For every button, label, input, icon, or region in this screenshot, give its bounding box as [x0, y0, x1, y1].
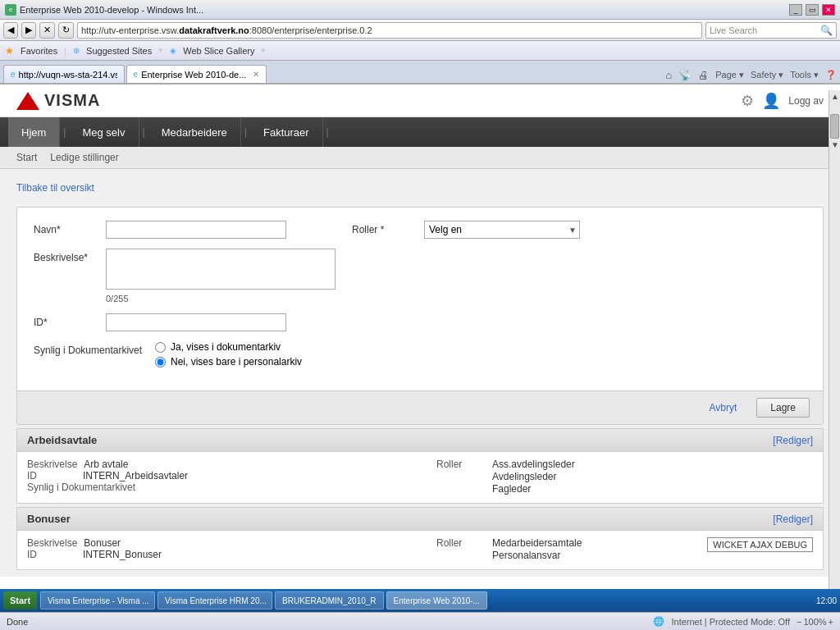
radio-nei[interactable]: Nei, vises bare i personalarkiv: [155, 356, 302, 368]
bonuser-title: Bonuser: [27, 513, 71, 525]
page-menu[interactable]: Page ▾: [715, 70, 744, 80]
form-row-navn-roller: Navn* Roller * Velg en Ass.avdelingslede…: [34, 221, 806, 239]
content-area: Tilbake til oversikt Navn* Roller * Velg…: [0, 169, 840, 577]
roller-label: Roller *: [352, 221, 418, 235]
synlig-label: Synlig i Dokumentarkivet: [34, 341, 148, 356]
arb-role-1: Avdelingsleder: [492, 471, 575, 482]
id-label: ID*: [34, 313, 99, 328]
nav-meg-selv[interactable]: Meg selv: [69, 117, 139, 147]
safety-menu[interactable]: Safety ▾: [751, 70, 783, 80]
search-icon[interactable]: 🔍: [820, 25, 833, 36]
roller-select-wrapper: Velg en Ass.avdelingsleder Avdelingslede…: [424, 221, 580, 239]
svg-marker-0: [16, 92, 39, 110]
bon-roller-label: Roller: [436, 537, 486, 561]
address-bar[interactable]: http://utv-enterprise.vsw.datakraftverk.…: [77, 22, 702, 39]
arbeidsavtale-title: Arbeidsavtale: [27, 434, 97, 446]
browser-chrome: e Enterprise Web 2010-develop - Windows …: [0, 0, 840, 84]
form-row-beskrivelse: Beskrivelse* 0/255: [34, 249, 806, 304]
nav-fakturaer[interactable]: Fakturaer: [250, 117, 323, 147]
bonuser-section: Bonuser [Rediger] Beskrivelse Bonuser ID…: [16, 507, 824, 570]
minimize-button[interactable]: _: [789, 4, 802, 16]
bonuser-edit[interactable]: [Rediger]: [773, 514, 813, 525]
arbeidsavtale-edit[interactable]: [Rediger]: [773, 435, 813, 446]
main-nav: Hjem | Meg selv | Medarbeidere | Faktura…: [0, 117, 840, 147]
navn-label: Navn*: [34, 221, 99, 235]
bon-id-label: ID: [27, 549, 76, 560]
tab-1[interactable]: e http://vuqn-ws-sta-214.vsw...: [3, 65, 125, 83]
visma-text: VISMA: [44, 91, 100, 110]
settings-icon[interactable]: ⚙: [741, 92, 754, 110]
arb-roller-field: Roller Ass.avdelingsleder Avdelingsleder…: [436, 459, 813, 495]
window-title: Enterprise Web 2010-develop - Windows In…: [20, 5, 203, 15]
visma-logo: VISMA: [16, 91, 100, 110]
refresh-button[interactable]: ↻: [58, 22, 74, 39]
arb-beskrivelse-field: Beskrivelse Arb avtale: [27, 459, 404, 470]
nav-hjem[interactable]: Hjem: [8, 117, 60, 147]
scrollbar[interactable]: ▲ ▼: [829, 90, 840, 577]
navigation-bar: ◀ ▶ ✕ ↻ http://utv-enterprise.vsw.datakr…: [0, 20, 840, 41]
restore-button[interactable]: ▭: [806, 4, 819, 16]
favorites-label[interactable]: Favorites: [21, 46, 57, 56]
tools-menu[interactable]: Tools ▾: [790, 70, 819, 80]
search-bar[interactable]: Live Search 🔍: [705, 22, 837, 39]
close-button[interactable]: ✕: [822, 4, 835, 16]
arb-id-field: ID INTERN_Arbeidsavtaler: [27, 470, 404, 482]
arbeidsavtale-body: Beskrivelse Arb avtale ID INTERN_Arbeids…: [17, 452, 823, 503]
arb-role-2: Fagleder: [492, 483, 575, 495]
bon-beskrivelse-field: Beskrivelse Bonuser: [27, 537, 404, 549]
radio-nei-input[interactable]: [155, 357, 166, 368]
suggested-sites-link[interactable]: Suggested Sites: [86, 46, 152, 56]
radio-nei-label: Nei, vises bare i personalarkiv: [171, 356, 302, 368]
bon-role-1: Personalansvar: [492, 550, 582, 561]
bon-roles-list: Medarbeidersamtale Personalansvar: [492, 537, 582, 561]
avbryt-button[interactable]: Avbryt: [696, 398, 751, 418]
visma-logo-icon: [16, 92, 39, 110]
radio-ja-label: Ja, vises i dokumentarkiv: [171, 341, 281, 353]
beskrivelse-textarea[interactable]: [106, 249, 336, 290]
forward-button[interactable]: ▶: [21, 22, 36, 39]
roller-select[interactable]: Velg en Ass.avdelingsleder Avdelingslede…: [424, 221, 580, 239]
form-group-id: ID*: [34, 313, 286, 331]
scrollbar-thumb[interactable]: [830, 114, 839, 139]
back-link[interactable]: Tilbake til oversikt: [16, 182, 94, 194]
wicket-ajax-debug-button[interactable]: WICKET AJAX DEBUG: [707, 537, 813, 552]
feeds-icon[interactable]: 📡: [678, 69, 692, 81]
arbeidsavtale-section: Arbeidsavtale [Rediger] Beskrivelse Arb …: [16, 428, 824, 504]
tab-2[interactable]: e Enterprise Web 2010-de... ✕: [126, 65, 267, 83]
nav-medarbeidere[interactable]: Medarbeidere: [148, 117, 241, 147]
arb-id-value: INTERN_Arbeidsavtaler: [83, 470, 188, 482]
home-icon[interactable]: ⌂: [665, 69, 672, 81]
stop-button[interactable]: ✕: [39, 22, 55, 39]
textarea-wrapper: [106, 249, 336, 292]
form-group-roller: Roller * Velg en Ass.avdelingsleder Avde…: [352, 221, 580, 239]
arb-id-label: ID: [27, 470, 76, 482]
back-button[interactable]: ◀: [3, 22, 18, 39]
bon-role-0: Medarbeidersamtale: [492, 537, 582, 549]
form-body: Navn* Roller * Velg en Ass.avdelingslede…: [17, 208, 823, 390]
sub-nav-ledige-stillinger[interactable]: Ledige stillinger: [50, 150, 118, 165]
logg-av-link[interactable]: Logg av: [788, 95, 824, 107]
id-input[interactable]: [106, 313, 286, 331]
user-icon[interactable]: 👤: [762, 92, 780, 110]
navn-input[interactable]: [106, 221, 286, 239]
char-count: 0/255: [106, 294, 336, 304]
arb-roller-label: Roller: [436, 459, 486, 495]
arb-roles-list: Ass.avdelingsleder Avdelingsleder Fagled…: [492, 459, 575, 495]
sub-nav-start[interactable]: Start: [16, 150, 37, 165]
bon-roller-field: Roller Medarbeidersamtale Personalansvar: [436, 537, 582, 561]
visma-header: VISMA ⚙ 👤 Logg av: [0, 84, 840, 117]
tab-bar: e http://vuqn-ws-sta-214.vsw... e Enterp…: [0, 61, 840, 84]
bon-beskrivelse-value: Bonuser: [84, 537, 121, 549]
radio-ja-input[interactable]: [155, 342, 166, 353]
form-panel: Navn* Roller * Velg en Ass.avdelingslede…: [16, 207, 824, 425]
title-bar: e Enterprise Web 2010-develop - Windows …: [0, 0, 840, 20]
bonuser-body: Beskrivelse Bonuser ID INTERN_Bonuser Ro…: [17, 531, 823, 569]
form-group-synlig: Synlig i Dokumentarkivet Ja, vises i dok…: [34, 341, 302, 368]
print-icon[interactable]: 🖨: [698, 69, 709, 81]
radio-ja[interactable]: Ja, vises i dokumentarkiv: [155, 341, 302, 353]
help-icon[interactable]: ❓: [825, 70, 837, 80]
lagre-button[interactable]: Lagre: [756, 398, 810, 418]
tab-close-icon[interactable]: ✕: [253, 70, 259, 79]
sub-nav: Start Ledige stillinger: [0, 147, 840, 169]
web-slice-link[interactable]: Web Slice Gallery: [183, 46, 254, 56]
